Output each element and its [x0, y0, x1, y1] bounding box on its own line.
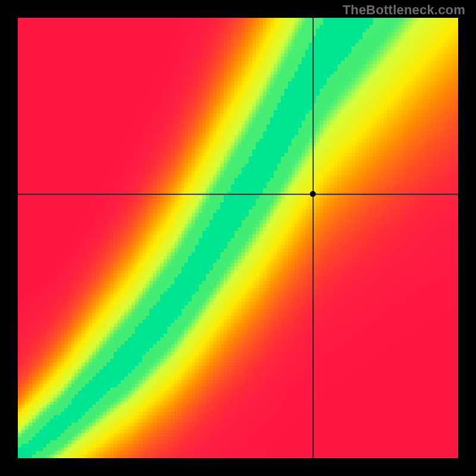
watermark-text: TheBottleneck.com: [343, 2, 465, 18]
chart-frame: TheBottleneck.com: [0, 0, 476, 476]
bottleneck-heatmap: [18, 18, 458, 458]
